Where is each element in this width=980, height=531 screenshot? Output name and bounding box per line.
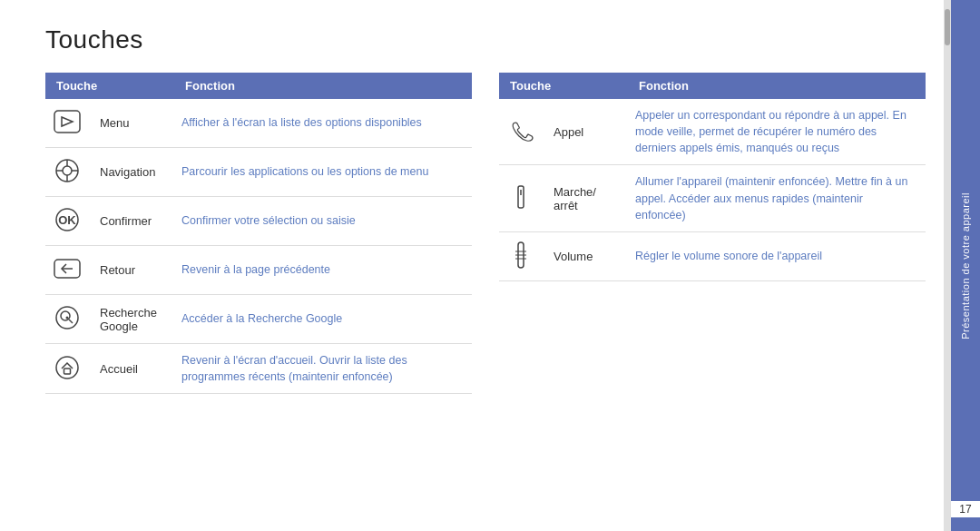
table-row: Marche/ arrêtAllumer l'appareil (mainten…	[499, 165, 926, 231]
table-row: NavigationParcourir les applications ou …	[45, 148, 472, 197]
icon-cell	[499, 165, 546, 231]
table-row: OK ConfirmerConfirmer votre sélection ou…	[45, 197, 472, 246]
table-row: AccueilRevenir à l'écran d'accueil. Ouvr…	[45, 344, 472, 394]
description: Revenir à la page précédente	[174, 246, 472, 295]
description: Allumer l'appareil (maintenir enfoncée).…	[628, 165, 926, 231]
sidebar-label: Présentation de votre appareil	[960, 192, 971, 339]
table-row: VolumeRégler le volume sonore de l'appar…	[499, 231, 926, 280]
key-name: Appel	[546, 99, 628, 165]
description: Régler le volume sonore de l'appareil	[628, 231, 926, 280]
key-name: Accueil	[93, 344, 174, 394]
icon-cell: OK	[45, 197, 93, 246]
description: Accéder à la Recherche Google	[174, 295, 472, 344]
icon-cell	[45, 148, 93, 197]
left-table-section: Touche Fonction MenuAfficher à l'écran l…	[45, 73, 472, 513]
key-name: Navigation	[93, 148, 174, 197]
description: Afficher à l'écran la liste des options …	[174, 99, 472, 148]
key-name: Marche/ arrêt	[546, 165, 628, 231]
main-content: Touches Touche Fonction MenuAfficher à l…	[0, 0, 944, 531]
table-row: MenuAfficher à l'écran la liste des opti…	[45, 99, 472, 148]
right-col1-header: Touche	[499, 73, 628, 99]
left-col2-header: Fonction	[174, 73, 472, 99]
key-name: Retour	[93, 246, 174, 295]
right-table: Touche Fonction AppelAppeler un correspo…	[499, 73, 926, 281]
table-row: AppelAppeler un correspondant ou répondr…	[499, 99, 926, 165]
svg-point-3	[63, 166, 72, 175]
icon-cell	[45, 344, 93, 394]
left-table: Touche Fonction MenuAfficher à l'écran l…	[45, 73, 472, 394]
svg-text:OK: OK	[58, 213, 76, 227]
svg-rect-0	[54, 111, 80, 133]
key-name: Volume	[546, 231, 628, 280]
scrollbar[interactable]	[944, 0, 951, 531]
icon-cell	[45, 99, 93, 148]
icon-cell	[499, 231, 546, 280]
key-name: Confirmer	[93, 197, 174, 246]
svg-rect-17	[64, 369, 71, 374]
scrollbar-thumb[interactable]	[945, 9, 950, 45]
tables-wrapper: Touche Fonction MenuAfficher à l'écran l…	[45, 73, 926, 513]
icon-cell	[45, 246, 93, 295]
right-table-section: Touche Fonction AppelAppeler un correspo…	[499, 73, 926, 513]
icon-cell	[45, 295, 93, 344]
table-row: Recherche GoogleAccéder à la Recherche G…	[45, 295, 472, 344]
description: Parcourir les applications ou les option…	[174, 148, 472, 197]
page-number: 17	[951, 501, 980, 517]
svg-line-14	[69, 320, 73, 323]
key-name: Menu	[93, 99, 174, 148]
key-name: Recherche Google	[93, 295, 174, 344]
right-sidebar: Présentation de votre appareil 17	[951, 0, 980, 531]
left-col1-header: Touche	[45, 73, 174, 99]
page-title: Touches	[45, 25, 926, 54]
description: Revenir à l'écran d'accueil. Ouvrir la l…	[174, 344, 472, 394]
description: Appeler un correspondant ou répondre à u…	[628, 99, 926, 165]
svg-marker-1	[62, 117, 73, 126]
svg-point-13	[61, 311, 70, 320]
svg-rect-18	[518, 186, 524, 208]
description: Confirmer votre sélection ou saisie	[174, 197, 472, 246]
table-row: RetourRevenir à la page précédente	[45, 246, 472, 295]
svg-point-15	[66, 317, 69, 320]
svg-point-16	[56, 357, 78, 379]
right-col2-header: Fonction	[628, 73, 926, 99]
icon-cell	[499, 99, 546, 165]
